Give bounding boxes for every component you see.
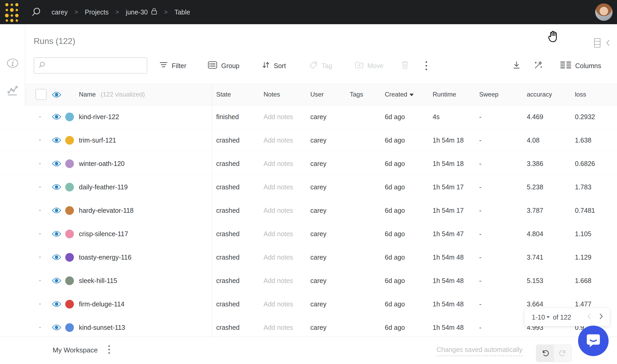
column-header-created[interactable]: Created [385, 84, 414, 105]
run-color-dot[interactable] [65, 230, 74, 238]
run-color-dot[interactable] [65, 136, 74, 145]
run-color-dot[interactable] [65, 159, 74, 168]
add-notes-placeholder[interactable]: Add notes [264, 316, 293, 339]
table-row[interactable]: hardy-elevator-118crashedAdd notescarey6… [0, 199, 617, 222]
run-color-dot[interactable] [65, 183, 74, 191]
visibility-eye-icon[interactable] [52, 113, 62, 120]
drag-handle[interactable] [39, 116, 41, 118]
add-notes-placeholder[interactable]: Add notes [264, 222, 293, 245]
visibility-eye-icon[interactable] [52, 160, 62, 167]
run-name-link[interactable]: winter-oath-120 [79, 152, 125, 175]
move-button[interactable]: Move [355, 58, 383, 73]
select-all-checkbox[interactable] [36, 89, 47, 100]
user-avatar[interactable] [595, 3, 613, 21]
column-header-runtime[interactable]: Runtime [433, 84, 456, 105]
run-name-link[interactable]: kind-river-122 [79, 105, 119, 128]
run-name-link[interactable]: crisp-silence-117 [79, 222, 128, 245]
add-notes-placeholder[interactable]: Add notes [264, 152, 293, 175]
drag-handle[interactable] [39, 303, 41, 305]
sidebar-item-overview[interactable] [0, 51, 25, 76]
workspace-menu-icon[interactable] [108, 345, 110, 354]
add-notes-placeholder[interactable]: Add notes [264, 129, 293, 152]
breadcrumb-page[interactable]: Table [174, 8, 190, 16]
next-page-icon[interactable] [599, 313, 604, 321]
page-range-dropdown[interactable]: 1-10 [532, 314, 550, 321]
drag-handle[interactable] [39, 163, 41, 164]
table-row[interactable]: crisp-silence-117crashedAdd notescarey6d… [0, 222, 617, 246]
undo-button[interactable] [536, 345, 554, 362]
visibility-eye-icon[interactable] [52, 207, 62, 214]
run-name-link[interactable]: hardy-elevator-118 [79, 199, 134, 222]
add-notes-placeholder[interactable]: Add notes [264, 269, 293, 292]
run-name-link[interactable]: trim-surf-121 [79, 129, 116, 152]
columns-button[interactable]: Columns [560, 58, 601, 73]
visibility-eye-icon[interactable] [52, 324, 62, 331]
column-header-accuracy[interactable]: accuracy [527, 84, 552, 105]
breadcrumb-project[interactable]: june-30 [126, 8, 148, 16]
add-notes-placeholder[interactable]: Add notes [264, 199, 293, 222]
run-color-dot[interactable] [65, 253, 74, 262]
run-name-link[interactable]: toasty-energy-116 [79, 246, 132, 269]
column-header-name[interactable]: Name (122 visualized) [79, 84, 145, 105]
group-button[interactable]: Group [208, 58, 239, 73]
drag-handle[interactable] [39, 139, 41, 141]
drag-handle[interactable] [39, 186, 41, 188]
run-name-link[interactable]: daily-feather-119 [79, 175, 128, 199]
tag-button[interactable]: Tag [309, 58, 332, 73]
add-notes-placeholder[interactable]: Add notes [264, 246, 293, 269]
export-button[interactable] [512, 58, 521, 73]
redo-button[interactable] [554, 345, 572, 362]
column-header-sweep[interactable]: Sweep [479, 84, 498, 105]
add-notes-placeholder[interactable]: Add notes [264, 292, 293, 316]
run-color-dot[interactable] [65, 206, 74, 215]
run-color-dot[interactable] [65, 323, 74, 332]
run-name-link[interactable]: sleek-hill-115 [79, 269, 117, 292]
table-row[interactable]: sleek-hill-115crashedAdd notescarey6d ag… [0, 269, 617, 292]
wandb-logo-icon[interactable] [4, 2, 19, 23]
panel-layout-icon[interactable] [594, 38, 601, 49]
run-name-link[interactable]: kind-sunset-113 [79, 316, 125, 339]
add-notes-placeholder[interactable]: Add notes [264, 175, 293, 199]
visibility-eye-icon[interactable] [52, 230, 62, 237]
visibility-eye-icon[interactable] [52, 91, 62, 98]
table-row[interactable]: daily-feather-119crashedAdd notescarey6d… [0, 175, 617, 199]
column-header-loss[interactable]: loss [575, 84, 586, 105]
visibility-eye-icon[interactable] [52, 183, 62, 191]
run-color-dot[interactable] [65, 276, 74, 285]
run-color-dot[interactable] [65, 113, 74, 121]
search-icon[interactable] [31, 7, 42, 18]
delete-button[interactable] [401, 58, 409, 73]
drag-handle[interactable] [39, 233, 41, 235]
table-row[interactable]: toasty-energy-116crashedAdd notescarey6d… [0, 246, 617, 269]
column-header-tags[interactable]: Tags [350, 84, 363, 105]
table-row[interactable]: kind-river-122finishedAdd notescarey6d a… [0, 105, 617, 129]
drag-handle[interactable] [39, 210, 41, 211]
magic-wand-button[interactable] [533, 58, 543, 73]
table-row[interactable]: trim-surf-121crashedAdd notescarey6d ago… [0, 129, 617, 152]
add-notes-placeholder[interactable]: Add notes [264, 105, 293, 128]
workspace-name[interactable]: My Workspace [53, 337, 98, 364]
sort-button[interactable]: Sort [262, 58, 286, 73]
more-actions-button[interactable] [426, 58, 427, 73]
drag-handle[interactable] [39, 256, 41, 258]
column-header-notes[interactable]: Notes [264, 84, 280, 105]
collapse-panel-icon[interactable] [605, 39, 610, 47]
column-header-state[interactable]: State [216, 84, 231, 105]
visibility-eye-icon[interactable] [52, 300, 62, 308]
drag-handle[interactable] [39, 327, 41, 328]
visibility-eye-icon[interactable] [52, 277, 62, 284]
visibility-eye-icon[interactable] [52, 136, 62, 144]
run-color-dot[interactable] [65, 300, 74, 309]
prev-page-icon[interactable] [586, 313, 592, 321]
visibility-eye-icon[interactable] [52, 254, 62, 261]
column-header-user[interactable]: User [310, 84, 324, 105]
drag-handle[interactable] [39, 280, 41, 281]
table-row[interactable]: winter-oath-120crashedAdd notescarey6d a… [0, 152, 617, 175]
breadcrumb-entity[interactable]: carey [52, 8, 68, 16]
chat-widget-button[interactable] [578, 326, 609, 356]
filter-button[interactable]: Filter [159, 58, 186, 73]
sidebar-item-workspace[interactable] [0, 79, 25, 104]
breadcrumb-projects[interactable]: Projects [85, 8, 109, 16]
search-input[interactable] [48, 62, 147, 69]
run-name-link[interactable]: firm-deluge-114 [79, 292, 124, 316]
